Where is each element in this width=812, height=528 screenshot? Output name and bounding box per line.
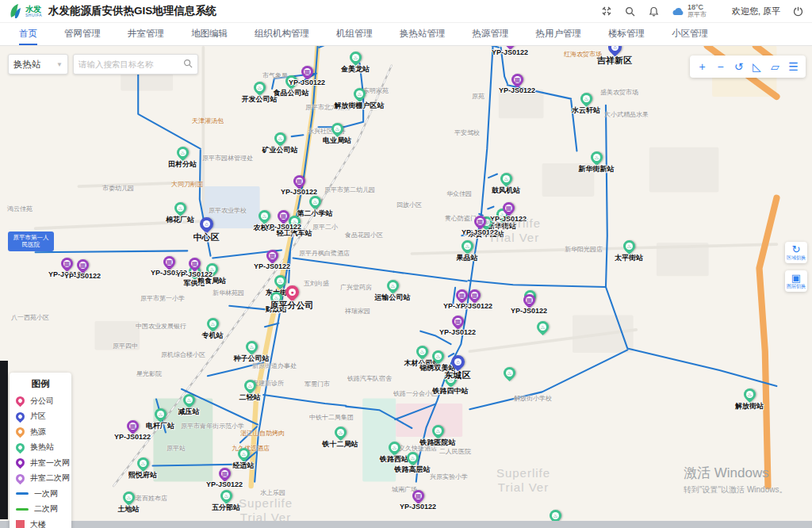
map-watermark: SuperlifeTrial Ver xyxy=(496,466,550,495)
weather-cloud-icon xyxy=(672,6,684,16)
legend-label: 换热站 xyxy=(30,442,54,453)
legend-item-1: 片区 xyxy=(16,409,65,425)
bell-icon[interactable] xyxy=(648,5,661,17)
logo-subtext: SHUIFA xyxy=(25,13,42,17)
map-watermark: SuperlifeTrial Ver xyxy=(487,216,541,245)
nav-tabs: 首页管网管理井室管理地图编辑组织机构管理机组管理换热站管理热源管理热用户管理楼标… xyxy=(0,22,812,46)
zoom-out-icon[interactable]: − xyxy=(711,57,730,76)
tab-3[interactable]: 地图编辑 xyxy=(191,23,228,45)
fullscreen-icon[interactable] xyxy=(600,5,613,17)
search-icon[interactable] xyxy=(624,5,637,17)
category-dropdown[interactable]: 换热站 ▼ xyxy=(8,54,68,75)
legend-pin-icon xyxy=(14,457,27,469)
tab-8[interactable]: 热用户管理 xyxy=(536,23,582,45)
legend-label: 二次网 xyxy=(34,503,58,515)
legend-item-3: 换热站 xyxy=(16,440,65,456)
tab-9[interactable]: 楼标管理 xyxy=(608,23,645,45)
region-switch-icon: ↻ xyxy=(792,244,801,254)
search-input[interactable] xyxy=(79,59,178,69)
windows-activate-watermark: 激活 Windows 转到"设置"以激活 Windows。 xyxy=(684,464,787,495)
logo: 水发 SHUIFA xyxy=(8,3,42,19)
legend-item-2: 热源 xyxy=(16,424,65,440)
legend-square-icon xyxy=(16,520,25,528)
legend-label: 一次网 xyxy=(34,488,58,499)
bottom-bar xyxy=(0,521,812,528)
region-switch-button[interactable]: ↻区域切换 xyxy=(785,242,807,263)
header: 水发 SHUIFA 水发能源盾安供热GIS地理信息系统 xyxy=(0,0,812,22)
logout-icon[interactable] xyxy=(791,5,804,17)
tab-10[interactable]: 小区管理 xyxy=(672,23,708,45)
basemap xyxy=(0,46,812,528)
search-bar: 换热站 ▼ xyxy=(8,54,198,75)
measure-icon[interactable]: ◺ xyxy=(748,57,766,76)
legend-title: 图例 xyxy=(16,378,65,390)
legend-pin-icon xyxy=(14,410,27,423)
legend-label: 井室二次网 xyxy=(30,473,70,484)
search-box xyxy=(73,54,198,75)
tab-5[interactable]: 机组管理 xyxy=(336,23,373,45)
legend-pin-icon xyxy=(14,426,27,438)
legend-item-7: 二次网 xyxy=(16,502,65,518)
legend-label: 热源 xyxy=(30,427,46,438)
logo-icon xyxy=(8,3,22,19)
legend-panel: 图例 分公司片区热源换热站井室一次网井室二次网一次网二次网大楼 xyxy=(10,373,71,528)
legend-label: 大楼 xyxy=(30,519,46,528)
legend-label: 分公司 xyxy=(30,396,54,407)
tab-4[interactable]: 组织机构管理 xyxy=(255,23,309,45)
legend-line-icon xyxy=(16,508,29,511)
highlight-poi: 原平市第一人民医院 xyxy=(8,231,54,251)
map-toolbar: +−↺◺▱☰ xyxy=(690,55,806,78)
weather-city: 原平市 xyxy=(688,12,707,19)
legend-label: 井室一次网 xyxy=(30,457,70,469)
legend-label: 片区 xyxy=(30,411,46,422)
chevron-down-icon: ▼ xyxy=(56,61,63,68)
tab-1[interactable]: 管网管理 xyxy=(64,23,101,45)
legend-pin-icon xyxy=(14,441,27,453)
layer-switch-button[interactable]: ▣图层切换 xyxy=(785,270,807,292)
legend-pin-icon xyxy=(14,395,27,407)
layer-switch-label: 图层切换 xyxy=(787,283,806,289)
legend-item-5: 井室二次网 xyxy=(16,471,65,487)
page-title: 水发能源盾安供热GIS地理信息系统 xyxy=(48,4,216,18)
legend-item-6: 一次网 xyxy=(16,486,65,502)
region-switch-label: 区域切换 xyxy=(787,254,806,261)
map-dark-strip xyxy=(0,361,8,519)
welcome-text: 欢迎您, 原平 xyxy=(732,6,780,17)
layer-list-icon[interactable]: ☰ xyxy=(784,57,802,76)
category-value: 换热站 xyxy=(13,59,41,71)
tab-0[interactable]: 首页 xyxy=(19,23,37,45)
legend-item-8: 大楼 xyxy=(16,517,65,528)
search-magnifier-icon[interactable] xyxy=(183,57,193,71)
zoom-in-icon[interactable]: + xyxy=(693,57,711,76)
legend-item-4: 井室一次网 xyxy=(16,455,65,471)
tab-7[interactable]: 热源管理 xyxy=(473,23,509,45)
tab-2[interactable]: 井室管理 xyxy=(128,23,164,45)
legend-line-icon xyxy=(16,492,29,495)
legend-pin-icon xyxy=(14,472,27,484)
legend-item-0: 分公司 xyxy=(16,393,65,409)
logo-text: 水发 xyxy=(25,6,42,13)
reset-view-icon[interactable]: ↺ xyxy=(730,57,748,76)
weather-widget: 18°C 原平市 xyxy=(672,4,707,19)
map-canvas[interactable]: 市气象局东明家苑原平市北大医院天津灌汤包永兴社区党务原平市园林管理处市委幼儿园大… xyxy=(0,46,812,528)
tab-6[interactable]: 换热站管理 xyxy=(400,23,446,45)
area-measure-icon[interactable]: ▱ xyxy=(766,57,784,76)
layer-switch-icon: ▣ xyxy=(791,273,801,283)
app: 水发 SHUIFA 水发能源盾安供热GIS地理信息系统 xyxy=(0,0,812,528)
